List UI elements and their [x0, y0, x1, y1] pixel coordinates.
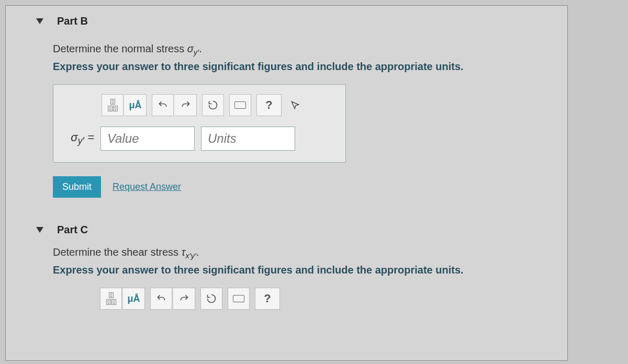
question-panel: Part B Determine the normal stress σy′. … [5, 5, 568, 361]
caret-down-icon [36, 18, 43, 24]
help-button[interactable]: ? [255, 288, 280, 310]
units-input[interactable] [201, 127, 295, 151]
keyboard-button[interactable] [228, 288, 250, 310]
part-b-header[interactable]: Part B [6, 6, 567, 32]
reset-button[interactable] [202, 94, 224, 116]
pointer-button[interactable] [283, 94, 308, 116]
submit-button[interactable]: Submit [53, 176, 101, 198]
reset-button[interactable] [200, 288, 222, 310]
variable-label: σy′ = [65, 131, 94, 146]
template-icon: ▯ ▯▯ [106, 292, 116, 305]
part-b-prompt: Determine the normal stress σy′. [53, 43, 546, 56]
redo-button[interactable] [175, 94, 197, 116]
part-b-answer-box: ▯ ▯▯ μÅ ? [53, 84, 346, 163]
part-b-toolbar: ▯ ▯▯ μÅ ? [102, 94, 334, 116]
template-icon: ▯ ▯▯ [108, 99, 118, 111]
caret-down-icon [36, 227, 43, 233]
units-symbol-button[interactable]: μÅ [123, 288, 145, 310]
keyboard-icon [233, 295, 244, 302]
part-c-header[interactable]: Part C [6, 208, 567, 241]
part-c-body: Determine the shear stress τx′y′. Expres… [6, 241, 567, 331]
undo-button[interactable] [150, 288, 172, 310]
keyboard-icon [234, 101, 246, 109]
part-b-instruction: Express your answer to three significant… [53, 61, 546, 73]
part-c-title: Part C [57, 224, 88, 236]
help-icon: ? [265, 98, 272, 112]
redo-icon [181, 100, 191, 110]
value-input[interactable] [100, 127, 195, 151]
help-icon: ? [264, 292, 271, 305]
units-symbol-button[interactable]: μÅ [125, 94, 147, 116]
part-c-toolbar: ▯ ▯▯ μÅ ? [100, 288, 546, 310]
part-b-input-row: σy′ = [65, 127, 334, 151]
request-answer-link[interactable]: Request Answer [113, 181, 181, 192]
redo-icon [179, 293, 189, 304]
reset-icon [208, 100, 218, 110]
format-template-button[interactable]: ▯ ▯▯ [100, 288, 122, 310]
reset-icon [206, 293, 217, 304]
undo-button[interactable] [152, 94, 174, 116]
keyboard-button[interactable] [229, 94, 251, 116]
undo-icon [158, 100, 168, 110]
part-c-instruction: Express your answer to three significant… [53, 264, 546, 276]
part-b-title: Part B [57, 15, 88, 27]
undo-icon [156, 293, 166, 304]
format-template-button[interactable]: ▯ ▯▯ [102, 94, 124, 116]
part-b-submit-row: Submit Request Answer [53, 176, 546, 198]
cursor-icon [290, 100, 300, 110]
part-c-prompt: Determine the shear stress τx′y′. [53, 246, 546, 260]
help-button[interactable]: ? [256, 94, 282, 116]
redo-button[interactable] [173, 288, 195, 310]
part-b-body: Determine the normal stress σy′. Express… [6, 32, 567, 208]
